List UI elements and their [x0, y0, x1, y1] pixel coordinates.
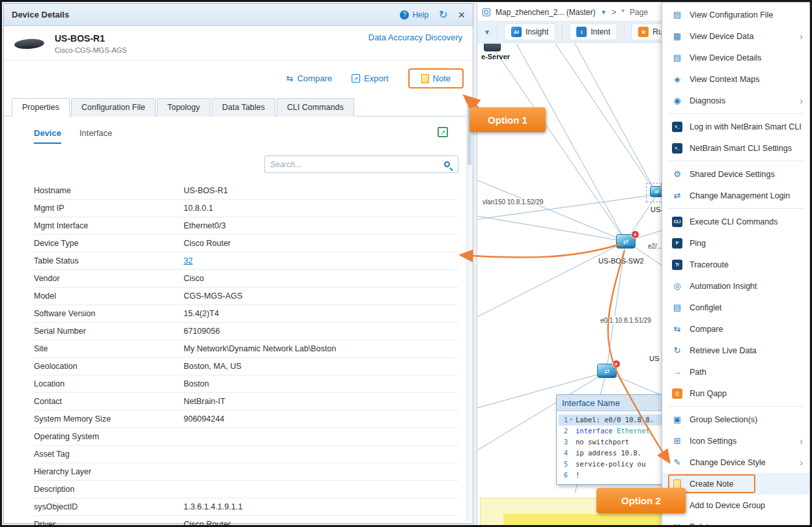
device-data-icon: ▦ — [671, 31, 683, 41]
note-button[interactable]: Note — [421, 74, 451, 83]
table-status-link[interactable]: 32 — [184, 256, 193, 265]
compare-icon: ⇆ — [287, 74, 294, 83]
icon-settings-icon: ⊞ — [671, 436, 683, 446]
close-icon[interactable]: × — [458, 9, 465, 21]
automation-insight-icon: ◎ — [671, 281, 683, 291]
smart-cli-settings-icon: >_ — [671, 143, 683, 154]
toolbar-divider — [562, 26, 563, 38]
tab-topology[interactable]: Topology — [157, 98, 210, 116]
map-note-shape-inner — [503, 514, 661, 527]
menu-separator — [667, 161, 804, 161]
link-label: vlan150 10.8.1.52/29 — [481, 198, 544, 206]
subtab-device[interactable]: Device — [34, 128, 61, 144]
code-line: 2interface Ethernet — [559, 426, 668, 437]
chevron-down-icon[interactable]: ▼ — [600, 9, 606, 16]
search-input[interactable] — [270, 160, 444, 169]
fold-icon: ▾ — [570, 414, 576, 426]
menu-item-smart-cli-settings[interactable]: >_NetBrain Smart CLI Settings — [662, 137, 809, 159]
menu-separator — [667, 113, 804, 114]
search-icon[interactable] — [444, 161, 450, 167]
code-line: 5service-policy ou — [559, 459, 668, 470]
table-row: HostnameUS-BOS-R1 — [34, 182, 458, 200]
option2-callout: Option 2 — [596, 488, 686, 513]
export-button[interactable]: ↗ Export — [352, 74, 389, 83]
chevron-right-icon: › — [800, 31, 803, 42]
device-model: Cisco-CGS-MGS-AGS — [55, 46, 127, 54]
toolbar-divider — [497, 26, 497, 38]
menu-item-view-device-details[interactable]: ▤View Device Details — [662, 47, 809, 68]
chevron-right-icon: › — [800, 96, 803, 106]
table-row: VendorCisco — [34, 270, 458, 288]
menu-item-shared-device-settings[interactable]: ⚙Shared Device Settings — [662, 163, 809, 185]
config-file-icon: ▤ — [671, 10, 683, 20]
menu-item-group-selections[interactable]: ▣Group Selection(s) — [662, 409, 809, 430]
tab-cli-commands[interactable]: CLI Commands — [277, 98, 354, 116]
toolbar-divider — [624, 26, 624, 38]
ai-insight-icon: AI — [511, 27, 522, 37]
management-login-icon: ⇄ — [671, 191, 683, 200]
menu-item-icon-settings[interactable]: ⊞Icon Settings› — [662, 430, 809, 452]
device-details-panel: Device Details ? Help ↻ × US-BOS-R1 Cisc… — [3, 3, 473, 524]
tab-configuration-file[interactable]: Configuration File — [71, 98, 156, 116]
menu-item-traceroute[interactable]: TrTraceroute — [662, 254, 809, 275]
node-label[interactable]: US-BOS-SW2 — [598, 257, 644, 265]
table-row: Description — [34, 481, 458, 498]
table-row: System Memory Size906094244 — [34, 411, 458, 428]
node-label[interactable]: US — [649, 355, 659, 362]
chevron-down-icon[interactable]: ▼ — [484, 29, 490, 36]
server-device-icon[interactable] — [484, 44, 501, 51]
menu-item-change-device-style[interactable]: ✎Change Device Style› — [662, 452, 809, 473]
retrieve-live-data-icon: ↻ — [671, 345, 683, 355]
menu-item-diagnosis[interactable]: ◉Diagnosis› — [662, 90, 809, 111]
menu-item-path[interactable]: →Path — [662, 361, 809, 383]
gear-icon: ⚙ — [671, 169, 683, 179]
option1-callout: Option 1 — [469, 107, 546, 132]
refresh-icon[interactable]: ↻ — [439, 8, 447, 21]
compare-button[interactable]: ⇆ Compare — [287, 74, 332, 83]
menu-item-run-qapp[interactable]: QRun Qapp — [662, 383, 809, 404]
device-name: US-BOS-R1 — [55, 33, 127, 44]
path-icon: → — [671, 367, 683, 377]
qapp-icon: Q — [671, 388, 683, 399]
sub-tabs: Device Interface ↗ — [4, 128, 473, 144]
menu-item-change-management-login[interactable]: ⇄Change Management Login — [662, 185, 809, 206]
menu-item-compare[interactable]: ⇆Compare — [662, 318, 809, 340]
device-header: US-BOS-R1 Cisco-CGS-MGS-AGS Data Accurac… — [4, 26, 473, 61]
table-row: Software Version15.4(2)T4 — [34, 305, 458, 323]
menu-item-ping[interactable]: PPing — [662, 232, 809, 254]
ping-icon: P — [671, 238, 683, 249]
tab-data-tables[interactable]: Data Tables — [212, 98, 275, 116]
menu-item-view-device-data[interactable]: ▦View Device Data› — [662, 25, 809, 47]
diagnosis-icon: ◉ — [671, 96, 683, 105]
tooltip-code: 1▾Label: e0/0 10.8.8. 2interface Etherne… — [557, 411, 670, 484]
menu-item-delete[interactable]: ✕Delete — [662, 516, 809, 527]
menu-item-automation-insight[interactable]: ◎Automation Insight — [662, 275, 809, 297]
node-label[interactable]: e-Server — [481, 53, 510, 61]
insight-button[interactable]: AI Insight — [504, 23, 555, 40]
map-title[interactable]: Map_zhenchen_2... (Master) — [496, 8, 595, 17]
data-accuracy-discovery-link[interactable]: Data Accuracy Discovery — [369, 33, 463, 42]
menu-item-view-configuration-file[interactable]: ▤View Configuration File — [662, 4, 809, 25]
panel-scrollbar[interactable] — [466, 96, 472, 522]
note-highlight-box: Note — [408, 68, 464, 88]
intent-button[interactable]: I Intent — [569, 23, 617, 40]
context-maps-icon: ◈ — [671, 74, 683, 84]
menu-item-login-smart-cli[interactable]: >_Log in with NetBrain Smart CLI — [662, 116, 809, 137]
cli-icon: CLI — [671, 217, 683, 227]
table-row: Device TypeCisco Router — [34, 235, 458, 252]
create-note-icon — [671, 480, 683, 489]
red-plus-badge: + — [631, 230, 639, 239]
open-in-new-window-icon[interactable]: ↗ — [438, 127, 448, 137]
screenshot-root: Device Details ? Help ↻ × US-BOS-R1 Cisc… — [0, 0, 812, 527]
panel-action-row: ⇆ Compare ↗ Export Note — [4, 61, 473, 94]
help-button[interactable]: ? Help — [400, 10, 428, 20]
menu-item-view-context-maps[interactable]: ◈View Context Maps — [662, 68, 809, 90]
red-plus-badge: + — [612, 360, 621, 368]
menu-item-execute-cli-commands[interactable]: CLIExecute CLI Commands — [662, 211, 809, 232]
menu-item-configlet[interactable]: ▤Configlet — [662, 297, 809, 318]
menu-item-retrieve-live-data[interactable]: ↻Retrieve Live Data — [662, 340, 809, 361]
tab-properties[interactable]: Properties — [12, 98, 70, 116]
expand-icon[interactable] — [483, 8, 490, 16]
router-device-icon — [14, 38, 45, 49]
subtab-interface[interactable]: Interface — [79, 128, 113, 144]
